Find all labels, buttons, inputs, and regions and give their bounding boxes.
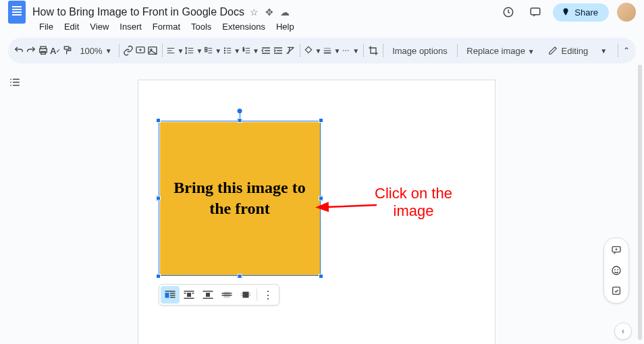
border-color-icon[interactable]: ▼ [304, 42, 321, 59]
spellcheck-icon[interactable]: A✓ [50, 42, 61, 59]
menu-insert[interactable]: Insert [114, 20, 147, 33]
resize-handle-mr[interactable] [319, 196, 323, 201]
wrap-text-icon[interactable] [180, 286, 198, 304]
increase-indent-icon[interactable] [273, 42, 284, 59]
svg-rect-10 [205, 50, 207, 52]
resize-handle-bl[interactable] [156, 274, 161, 279]
image-content: Bring this image to the front [160, 122, 320, 275]
border-dash-icon[interactable]: ▼ [342, 42, 359, 59]
checklist-icon[interactable]: ▼ [204, 42, 221, 59]
menu-edit[interactable]: Edit [59, 20, 84, 33]
svg-point-39 [618, 269, 618, 270]
resize-handle-bm[interactable] [238, 274, 242, 279]
svg-rect-22 [184, 291, 194, 292]
account-avatar[interactable] [617, 3, 636, 22]
undo-icon[interactable] [14, 42, 24, 59]
menu-tools[interactable]: Tools [186, 20, 217, 33]
svg-text:1: 1 [243, 47, 245, 50]
explore-button-icon[interactable]: ‹ [614, 322, 632, 340]
zoom-dropdown[interactable]: 100%▼ [74, 46, 114, 56]
print-icon[interactable] [38, 42, 49, 59]
svg-point-13 [225, 53, 225, 53]
document-canvas[interactable]: Bring this image to the front Click on t… [30, 67, 644, 344]
paint-format-icon[interactable] [62, 42, 73, 59]
menu-file[interactable]: File [34, 20, 59, 33]
document-outline-icon[interactable] [5, 73, 24, 92]
history-icon[interactable] [499, 3, 518, 22]
share-button-label: Share [574, 7, 598, 18]
crop-icon[interactable] [368, 42, 379, 59]
share-button[interactable]: Share [553, 3, 609, 22]
svg-point-38 [615, 269, 616, 270]
svg-rect-40 [613, 287, 620, 295]
workspace: Bring this image to the front Click on t… [0, 67, 644, 344]
side-comment-tools [603, 237, 629, 304]
svg-rect-29 [203, 298, 213, 299]
svg-rect-33 [241, 293, 251, 294]
svg-text:2: 2 [243, 49, 245, 52]
align-dropdown-icon[interactable]: ▼ [166, 42, 184, 59]
svg-rect-17 [165, 291, 176, 292]
insert-link-icon[interactable] [123, 42, 134, 59]
svg-point-8 [151, 49, 152, 51]
wrap-more-icon[interactable]: ⋮ [259, 286, 277, 304]
svg-point-37 [612, 266, 620, 275]
bulleted-list-icon[interactable]: ▼ [223, 42, 240, 59]
move-folder-icon[interactable]: ✥ [265, 7, 273, 18]
svg-rect-26 [184, 298, 194, 299]
clear-format-icon[interactable] [285, 42, 296, 59]
svg-rect-27 [203, 291, 213, 292]
insert-image-icon[interactable] [147, 42, 158, 59]
titlebar: How to Bring Image to Front in Google Do… [0, 0, 644, 20]
star-icon[interactable]: ☆ [250, 7, 259, 18]
border-weight-icon[interactable]: ▼ [323, 42, 340, 59]
svg-rect-36 [612, 247, 620, 252]
wrap-separator [257, 289, 257, 301]
comment-history-icon[interactable] [526, 3, 545, 22]
rotate-handle[interactable] [238, 109, 242, 113]
add-comment-icon[interactable] [135, 42, 146, 59]
svg-point-0 [504, 7, 514, 17]
selected-image[interactable]: Bring this image to the front [159, 121, 321, 276]
document-title[interactable]: How to Bring Image to Front in Google Do… [32, 6, 244, 18]
resize-handle-tm[interactable] [238, 118, 242, 123]
resize-handle-ml[interactable] [156, 196, 161, 201]
menu-extensions[interactable]: Extensions [217, 20, 271, 33]
resize-handle-br[interactable] [319, 274, 323, 279]
annotation-arrow [324, 205, 378, 206]
suggest-edits-icon[interactable] [607, 281, 626, 300]
line-spacing-icon[interactable]: ▼ [185, 42, 203, 59]
menu-help[interactable]: Help [271, 20, 300, 33]
menu-format[interactable]: Format [147, 20, 186, 33]
svg-rect-20 [170, 295, 176, 296]
cloud-status-icon[interactable]: ☁ [280, 7, 290, 18]
numbered-list-icon[interactable]: 12▼ [242, 42, 259, 59]
wrap-front-icon[interactable] [236, 286, 255, 304]
decrease-indent-icon[interactable] [261, 42, 271, 59]
svg-rect-24 [184, 293, 186, 294]
toolbar: A✓ 100%▼ ▼ ▼ ▼ ▼ 12▼ ▼ ▼ ▼ Image options… [8, 38, 636, 63]
collapse-toolbar-icon[interactable]: ⌃ [622, 42, 630, 59]
menu-view[interactable]: View [84, 20, 114, 33]
wrap-inline-icon[interactable] [161, 286, 180, 304]
wrap-behind-icon[interactable] [217, 286, 236, 304]
add-emoji-icon[interactable] [607, 261, 626, 280]
vertical-scrollbar[interactable] [638, 65, 642, 340]
svg-rect-35 [243, 292, 249, 298]
redo-icon[interactable] [26, 42, 36, 59]
document-page[interactable]: Bring this image to the front Click on t… [138, 80, 495, 344]
add-comment-side-icon[interactable] [607, 241, 626, 260]
svg-rect-21 [170, 297, 176, 298]
annotation-text: Click on theimage [375, 185, 452, 221]
docs-logo-icon[interactable] [8, 1, 26, 24]
svg-rect-9 [205, 47, 207, 49]
svg-rect-32 [222, 295, 232, 296]
replace-image-button[interactable]: Replace image ▼ [461, 46, 539, 56]
wrap-break-icon[interactable] [198, 286, 217, 304]
image-options-button[interactable]: Image options [387, 46, 453, 56]
resize-handle-tr[interactable] [319, 118, 323, 123]
editing-mode-dropdown[interactable]: Editing ▼ [541, 46, 614, 56]
resize-handle-tl[interactable] [156, 118, 161, 123]
svg-rect-6 [136, 47, 144, 53]
svg-point-12 [225, 50, 225, 51]
